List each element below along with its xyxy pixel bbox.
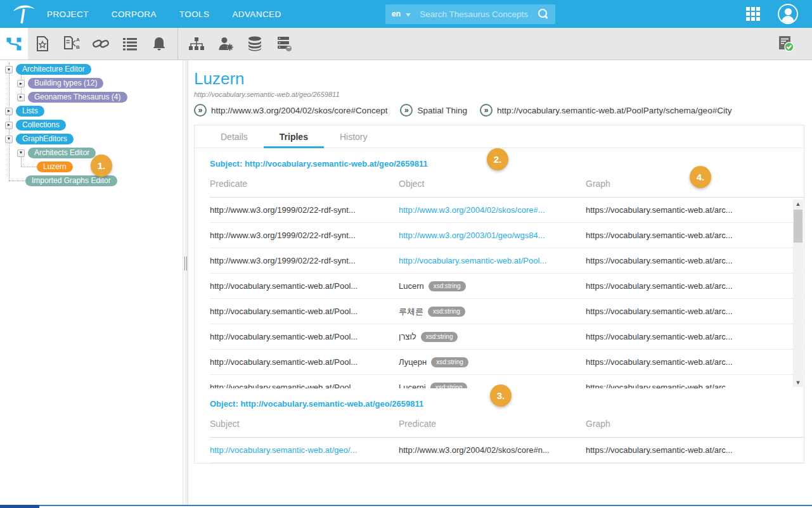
object-link[interactable]: http://vocabulary.semantic-web.at/Pool..…	[399, 256, 546, 265]
subject-table-header: Predicate Object Graph	[210, 179, 804, 198]
database-button[interactable]	[240, 28, 269, 60]
horizontal-scrollbar[interactable]	[0, 505, 812, 508]
object-link[interactable]: http://www.w3.org/2004/02/skos/core#...	[399, 205, 545, 215]
type-badge-label: http://www.w3.org/2004/02/skos/core#Conc…	[211, 106, 387, 115]
table-row[interactable]: http://www.w3.org/1999/02/22-rdf-synt...…	[210, 198, 804, 223]
concept-uri: http://vocabulary.semantic-web.at/geo/26…	[194, 91, 812, 98]
table-row[interactable]: http://vocabulary.semantic-web.at/Pool..…	[210, 299, 804, 324]
tree-item-lists[interactable]: Lists	[5, 106, 44, 117]
subject-table-rows: http://www.w3.org/1999/02/22-rdf-synt...…	[210, 198, 804, 388]
table-row[interactable]: http://vocabulary.semantic-web.at/geo/..…	[210, 438, 804, 463]
graph-cell: https://vocabulary.semantic-web.at/arc..…	[586, 205, 804, 215]
expand-toggle-icon[interactable]	[5, 122, 13, 129]
graph-cell: https://vocabulary.semantic-web.at/arc..…	[586, 332, 804, 341]
list-icon	[122, 36, 138, 51]
concept-scheme-tree-button[interactable]	[0, 28, 28, 60]
datatype-badge: xsd:string	[430, 383, 468, 389]
predicate-cell: http://vocabulary.semantic-web.at/Pool..…	[210, 281, 399, 291]
predicate-cell: http://www.w3.org/2004/02/skos/core#n...	[399, 445, 586, 455]
table-row[interactable]: http://vocabulary.semantic-web.at/Pool..…	[210, 274, 804, 299]
column-header-subject: Subject	[210, 419, 399, 429]
bell-icon	[151, 35, 167, 52]
server-database-button[interactable]	[269, 28, 299, 60]
table-row[interactable]: http://vocabulary.semantic-web.at/Pool..…	[210, 350, 804, 375]
tree-label[interactable]: Luzern	[37, 162, 73, 172]
report-check-icon	[777, 35, 796, 53]
quality-report-button[interactable]	[771, 35, 801, 53]
tree-label[interactable]: Geonames Thesaurus (4)	[28, 92, 127, 103]
tree-label[interactable]: Imported Graphs Editor	[25, 175, 117, 186]
tree-item-grapheditors[interactable]: GraphEditors	[5, 134, 74, 144]
top-navigation-bar: PROJECT CORPORA TOOLS ADVANCED en	[0, 0, 812, 28]
list-view-button[interactable]	[115, 28, 145, 60]
object-link[interactable]: http://www.w3.org/2003/01/geo/wgs84...	[399, 231, 545, 240]
menu-corpora[interactable]: CORPORA	[112, 10, 157, 19]
tree-label[interactable]: Architecture Editor	[16, 64, 91, 75]
menu-advanced[interactable]: ADVANCED	[232, 10, 281, 19]
document-star-button[interactable]	[28, 28, 57, 60]
user-gear-icon	[217, 35, 234, 52]
tree-item-geonames-thesaurus[interactable]: Geonames Thesaurus (4)	[17, 92, 127, 103]
svg-text:A: A	[76, 37, 80, 42]
scroll-down-icon[interactable]: ▼	[793, 378, 803, 387]
tree-item-luzern[interactable]: Luzern	[37, 162, 73, 172]
apps-grid-icon[interactable]	[746, 7, 760, 21]
tree-connector	[9, 181, 25, 181]
sidebar-splitter[interactable]	[183, 60, 188, 508]
tree-item-architecture-editor[interactable]: Architecture Editor	[5, 64, 91, 75]
table-row[interactable]: http://www.w3.org/1999/02/22-rdf-synt...…	[210, 248, 804, 274]
sitemap-button[interactable]	[182, 28, 211, 60]
sitemap-icon	[188, 35, 205, 52]
search-input[interactable]	[420, 10, 534, 19]
type-badge-city[interactable]: » http://vocabulary.semantic-web.at/Pool…	[480, 104, 731, 117]
tree-item-architects-editor[interactable]: Architects Editor	[17, 148, 96, 158]
tree-label[interactable]: Architects Editor	[28, 148, 96, 158]
poolparty-logo[interactable]	[0, 2, 47, 26]
collapse-toggle-icon[interactable]	[17, 149, 25, 157]
table-row[interactable]: http://www.w3.org/1999/02/22-rdf-synt...…	[210, 223, 804, 248]
object-literal: Луцерн	[399, 357, 427, 367]
expand-toggle-icon[interactable]	[17, 94, 25, 101]
menu-project[interactable]: PROJECT	[47, 10, 89, 19]
scrollbar-thumb[interactable]	[794, 210, 802, 243]
tree-label[interactable]: Collections	[16, 120, 66, 130]
type-badge-concept[interactable]: » http://www.w3.org/2004/02/skos/core#Co…	[194, 104, 387, 117]
tab-details[interactable]: Details	[205, 125, 264, 148]
main-content: Luzern http://vocabulary.semantic-web.at…	[188, 60, 812, 508]
tree-item-collections[interactable]: Collections	[5, 120, 66, 130]
scroll-up-icon[interactable]: ▲	[793, 200, 803, 208]
extraction-ab-button[interactable]: A B	[57, 28, 86, 60]
tab-history[interactable]: History	[324, 125, 383, 148]
notifications-button[interactable]	[145, 28, 174, 60]
expand-toggle-icon[interactable]	[17, 80, 25, 87]
type-badge-spatial-thing[interactable]: » Spatial Thing	[400, 104, 467, 117]
table-row[interactable]: http://vocabulary.semantic-web.at/Pool..…	[210, 324, 804, 350]
column-header-predicate: Predicate	[210, 179, 399, 189]
poolparty-logo-icon	[10, 2, 37, 26]
subject-link[interactable]: http://vocabulary.semantic-web.at/geo/..…	[210, 445, 357, 455]
scrollbar-thumb[interactable]	[0, 505, 39, 508]
object-table-header: Subject Predicate Graph	[210, 419, 804, 438]
tree-connector	[9, 143, 10, 181]
user-avatar-icon[interactable]	[778, 4, 798, 24]
tree-item-building-types[interactable]: Building types (12)	[17, 78, 103, 89]
tree-label[interactable]: GraphEditors	[16, 134, 74, 144]
tab-triples[interactable]: Triples	[264, 125, 324, 148]
link-management-button[interactable]	[86, 28, 115, 60]
column-header-graph: Graph	[586, 419, 804, 429]
user-admin-button[interactable]	[211, 28, 240, 60]
menu-tools[interactable]: TOOLS	[179, 10, 210, 19]
object-literal: Lucerni	[399, 383, 426, 389]
search-language-selector[interactable]: en	[392, 10, 411, 18]
datatype-badge: xsd:string	[428, 307, 465, 317]
collapse-toggle-icon[interactable]	[5, 66, 13, 73]
tree-label[interactable]: Building types (12)	[28, 78, 103, 89]
object-literal: לוצרן	[399, 332, 416, 341]
tree-label[interactable]: Lists	[16, 106, 44, 117]
tree-item-imported-graphs-editor[interactable]: Imported Graphs Editor	[25, 175, 117, 186]
search-language-value: en	[392, 10, 401, 18]
vertical-scrollbar[interactable]: ▲ ▼	[793, 200, 803, 387]
collapse-toggle-icon[interactable]	[5, 136, 13, 143]
expand-toggle-icon[interactable]	[5, 108, 13, 115]
search-icon[interactable]	[538, 8, 549, 20]
